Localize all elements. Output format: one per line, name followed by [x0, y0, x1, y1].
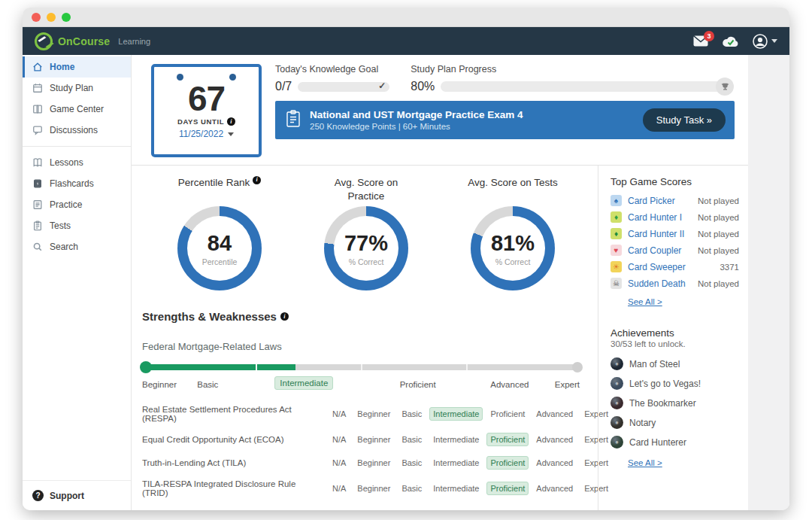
man-of-steel-badge: ●: [611, 357, 623, 370]
topic-name: Equal Credit Opportunity Act (ECOA): [142, 435, 329, 444]
sidebar-item-lessons[interactable]: Lessons: [23, 152, 131, 173]
game-score-value: Not played: [698, 246, 739, 255]
level-cell-active: Proficient: [486, 433, 529, 446]
app-window: OnCourse Learning 3 Home: [23, 8, 789, 510]
cloud-check-icon: [722, 35, 739, 47]
study-task-banner: National and UST Mortgage Practice Exam …: [275, 101, 735, 139]
card-hunter1-icon: ♦: [611, 211, 622, 223]
strengths-slider: [142, 364, 580, 370]
messages-button[interactable]: 3: [693, 35, 708, 47]
game-score-value: Not played: [698, 213, 739, 222]
window-titlebar: [23, 8, 789, 27]
gauges-row: Percentile Ranki 84 Percentile Avg. Scor…: [142, 176, 590, 290]
task-clipboard-icon: [286, 110, 301, 131]
topic-name: Truth-in-Lending Act (TILA): [142, 458, 329, 467]
level-cell: Beginner: [353, 456, 394, 470]
slider-start-dot: [140, 361, 152, 373]
scale-label: Expert: [555, 380, 580, 389]
sidebar-item-label: Search: [50, 242, 78, 252]
sidebar-item-discussions[interactable]: Discussions: [23, 120, 131, 141]
notary-badge: ●: [611, 416, 623, 429]
game-score-list: ♠Card PickerNot played♦Card Hunter INot …: [611, 195, 739, 289]
sidebar-item-tests[interactable]: Tests: [23, 215, 131, 236]
search-icon: [32, 242, 43, 252]
gauge-sublabel: % Correct: [349, 257, 384, 266]
gauge-value: 77%: [344, 231, 388, 256]
see-all-achievements-link[interactable]: See All >: [628, 458, 662, 467]
minimize-window-button[interactable]: [47, 13, 56, 22]
sidebar-item-label: Discussions: [50, 125, 98, 135]
game-link[interactable]: Sudden Death: [628, 278, 698, 289]
vegas-badge: ●: [611, 377, 623, 390]
brand-suffix: Learning: [118, 37, 150, 46]
level-cell: Intermediate: [429, 433, 483, 446]
achievements-subtitle: 30/53 left to unlock.: [611, 339, 739, 348]
game-link[interactable]: Card Coupler: [628, 245, 698, 256]
strengths-table: Real Estate Settlement Procedures Act (R…: [142, 405, 590, 497]
sidebar-item-practice[interactable]: Practice: [23, 194, 131, 215]
game-link[interactable]: Card Hunter I: [628, 212, 698, 223]
info-icon[interactable]: i: [280, 312, 289, 321]
sidebar-item-label: Lessons: [50, 157, 83, 168]
sidebar-item-home[interactable]: Home: [23, 56, 131, 78]
achievement-name: Let's go to Vegas!: [629, 379, 701, 389]
achievement-row: ●Notary: [611, 416, 739, 429]
scale-label: Beginner: [142, 380, 177, 389]
donut-chart: 84 Percentile: [177, 206, 262, 290]
study-task-button[interactable]: Study Task »: [643, 108, 726, 132]
percentile-rank-gauge: Percentile Ranki 84 Percentile: [151, 176, 288, 290]
game-score-value: Not played: [698, 230, 739, 239]
game-link[interactable]: Card Sweeper: [628, 262, 720, 272]
scale-label: Basic: [197, 380, 218, 389]
account-menu[interactable]: [753, 34, 777, 49]
level-cell: Basic: [398, 407, 426, 421]
table-row: Equal Credit Opportunity Act (ECOA)N/ABe…: [142, 433, 590, 446]
clipboard-icon: [32, 220, 43, 231]
slider-end-dot: [572, 362, 583, 373]
mail-badge: 3: [704, 31, 714, 41]
app-header: OnCourse Learning 3: [23, 27, 789, 55]
support-button[interactable]: ? Support: [23, 480, 131, 510]
book-icon: [32, 157, 43, 168]
level-cell: Advanced: [532, 407, 577, 421]
info-icon[interactable]: i: [253, 176, 261, 184]
knowledge-goal-progressbar: ✓: [298, 82, 389, 92]
game-link[interactable]: Card Hunter II: [628, 229, 698, 239]
zoom-window-button[interactable]: [62, 13, 71, 22]
flashcard-icon: [32, 178, 43, 189]
game-score-row: ♠Card PickerNot played: [611, 195, 739, 206]
gauge-value: 84: [208, 231, 232, 256]
sidebar: Home Study Plan Game Center Discussions …: [23, 55, 132, 510]
sidebar-item-game-center[interactable]: Game Center: [23, 99, 131, 120]
table-row: Real Estate Settlement Procedures Act (R…: [142, 405, 590, 423]
sync-button[interactable]: [722, 35, 739, 47]
game-link[interactable]: Card Picker: [628, 196, 698, 206]
game-score-row: ♥Card CouplerNot played: [611, 245, 739, 256]
level-cell-active: Proficient: [486, 456, 529, 470]
game-score-value: 3371: [720, 263, 739, 272]
level-cell: Advanced: [532, 482, 577, 495]
sidebar-item-study-plan[interactable]: Study Plan: [23, 78, 131, 99]
knowledge-goal-group: Today's Knowledge Goal 0/7 ✓: [275, 64, 389, 93]
game-score-row: ♦Card Hunter IINot played: [611, 228, 739, 239]
sidebar-item-search[interactable]: Search: [23, 236, 131, 257]
game-score-row: ☠Sudden DeathNot played: [611, 278, 739, 289]
achievement-name: The Bookmarker: [629, 398, 696, 409]
sudden-death-icon: ☠: [611, 278, 622, 289]
exam-date-dropdown[interactable]: 11/25/2022: [179, 129, 234, 139]
donut-chart: 81% % Correct: [471, 206, 555, 290]
study-plan-progress-label: Study Plan Progress: [411, 64, 735, 75]
level-cell: Beginner: [353, 407, 394, 421]
info-icon[interactable]: i: [227, 117, 235, 126]
donut-chart: 77% % Correct: [324, 206, 408, 290]
strengths-topic: Federal Mortgage-Related Laws: [142, 341, 590, 352]
sidebar-item-flashcards[interactable]: Flashcards: [23, 173, 131, 194]
achievement-name: Notary: [629, 418, 656, 428]
close-window-button[interactable]: [32, 13, 41, 22]
sidebar-item-label: Tests: [50, 220, 71, 231]
brand-logo[interactable]: OnCourse Learning: [35, 32, 150, 50]
achievement-row: ●The Bookmarker: [611, 397, 739, 409]
bookmarker-badge: ●: [611, 397, 623, 409]
see-all-games-link[interactable]: See All >: [628, 297, 662, 306]
scale-label: Intermediate: [274, 376, 333, 390]
